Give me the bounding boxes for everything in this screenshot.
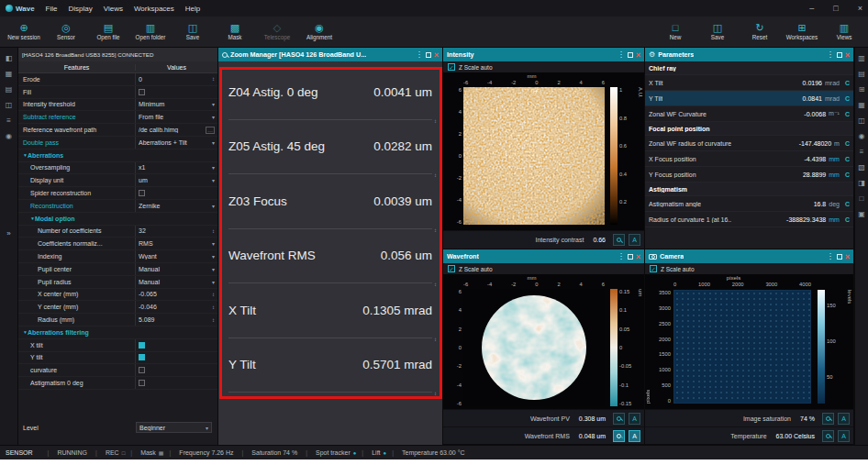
- feature-value[interactable]: -0.046: [139, 304, 209, 310]
- open-file-button[interactable]: ▤ Open file: [87, 17, 129, 47]
- feature-value[interactable]: /de calib.himg: [139, 127, 203, 133]
- feature-row[interactable]: Display unit um: [18, 174, 217, 187]
- zoom-row[interactable]: Z03 Focus 0.0039 um: [228, 174, 432, 229]
- control-icon[interactable]: [212, 101, 215, 107]
- control-icon[interactable]: [212, 266, 215, 272]
- dock-icon[interactable]: ◫: [6, 102, 13, 109]
- feature-row[interactable]: Erode 0: [18, 73, 217, 86]
- dock-icon[interactable]: ▤: [6, 86, 13, 94]
- dock-icon[interactable]: ▤: [858, 71, 865, 78]
- feature-row[interactable]: Subtract reference From file: [18, 111, 217, 124]
- feature-value[interactable]: Manual: [139, 279, 209, 285]
- feature-row[interactable]: Double pass Aberrations + Tilt: [18, 137, 217, 149]
- control-icon[interactable]: [212, 139, 215, 146]
- camera-plot[interactable]: pixels pixels 01000200030004000 35003000…: [645, 274, 853, 409]
- parameter-row[interactable]: Y Focus position 28.8899 mm C: [645, 167, 853, 183]
- c-action-button[interactable]: C: [845, 216, 850, 223]
- checkbox[interactable]: [139, 342, 145, 349]
- feature-row[interactable]: Reference wavefront path /de calib.himg: [18, 124, 217, 137]
- dock-icon[interactable]: □: [860, 195, 864, 203]
- feature-row[interactable]: Modal option: [18, 213, 217, 226]
- new-view-button[interactable]: □ New: [654, 17, 696, 47]
- panel-close-icon[interactable]: ×: [845, 50, 850, 60]
- dock-icon[interactable]: ▦: [6, 71, 13, 78]
- camera-image[interactable]: [673, 290, 811, 404]
- panel-menu-icon[interactable]: ⋮: [827, 50, 834, 59]
- maximize-button[interactable]: □: [833, 4, 838, 13]
- feature-row[interactable]: Oversampling x1: [18, 162, 217, 175]
- control-icon[interactable]: [212, 304, 215, 310]
- feature-row[interactable]: Pupil center Manual: [18, 263, 217, 276]
- zscale-checkbox[interactable]: ✓: [448, 265, 455, 272]
- menu-item[interactable]: Workspaces: [134, 5, 174, 13]
- save-button[interactable]: ◫ Save: [172, 17, 214, 47]
- autoscale-button[interactable]: A: [838, 413, 850, 425]
- feature-row[interactable]: Aberrations: [18, 149, 217, 162]
- feature-value[interactable]: From file: [139, 114, 209, 120]
- autoscale-button[interactable]: A: [629, 413, 640, 425]
- views-button[interactable]: ▥ Views: [823, 17, 865, 47]
- parameter-row[interactable]: Zonal WF radius of curvature -147.48020 …: [645, 136, 853, 151]
- dock-icon[interactable]: ⊞: [859, 86, 865, 94]
- dock-icon[interactable]: ◧: [6, 55, 13, 62]
- control-icon[interactable]: [212, 177, 215, 183]
- autoscale-button[interactable]: A: [629, 234, 640, 246]
- zoom-button[interactable]: [822, 413, 834, 425]
- feature-value[interactable]: 32: [139, 227, 209, 234]
- control-icon[interactable]: [212, 240, 215, 247]
- feature-value[interactable]: RMS: [139, 240, 209, 247]
- dock-icon[interactable]: ≡: [6, 117, 11, 125]
- panel-close-icon[interactable]: ×: [845, 252, 850, 261]
- feature-row[interactable]: Pupil radius Manual: [18, 276, 217, 289]
- feature-row[interactable]: X center (mm) -0.065: [18, 289, 217, 302]
- autoscale-button[interactable]: A: [629, 430, 640, 442]
- menu-item[interactable]: Help: [185, 5, 200, 13]
- zoom-row[interactable]: X Tilt 0.1305 mrad: [228, 283, 432, 338]
- feature-row[interactable]: curvature: [18, 364, 217, 377]
- open-folder-button[interactable]: ▥ Open folder: [129, 17, 172, 47]
- c-action-button[interactable]: C: [845, 111, 850, 117]
- dock-icon[interactable]: ▥: [858, 55, 865, 62]
- feature-value[interactable]: Manual: [139, 266, 209, 272]
- control-icon[interactable]: [212, 279, 215, 285]
- save-workspace-button[interactable]: ◫ Save: [696, 17, 739, 47]
- feature-value[interactable]: x1: [139, 164, 209, 171]
- expand-dock-icon[interactable]: »: [6, 229, 10, 238]
- checkbox[interactable]: [139, 354, 145, 360]
- zoom-button[interactable]: [613, 413, 625, 425]
- panel-close-icon[interactable]: ×: [636, 50, 640, 60]
- dock-icon[interactable]: ◨: [858, 180, 865, 187]
- feature-row[interactable]: Astigmatism 0 deg: [18, 377, 217, 390]
- wavefront-map[interactable]: [463, 289, 605, 406]
- checkbox[interactable]: [139, 380, 145, 386]
- control-icon[interactable]: [212, 228, 215, 234]
- control-icon[interactable]: [212, 317, 215, 323]
- control-icon[interactable]: [212, 114, 215, 120]
- camera-header[interactable]: Camera ⋮ ×: [645, 249, 853, 263]
- feature-row[interactable]: Spider reconstruction: [18, 187, 217, 200]
- feature-row[interactable]: Fill: [18, 86, 217, 99]
- feature-value[interactable]: 5.089: [139, 316, 209, 323]
- autoscale-button[interactable]: A: [838, 430, 850, 442]
- feature-row[interactable]: Reconstruction Zernike: [18, 200, 217, 213]
- workspaces-button[interactable]: ⊞ Workspaces: [781, 17, 823, 47]
- mask-button[interactable]: ▩ Mask: [214, 17, 256, 47]
- zscale-checkbox[interactable]: ✓: [448, 63, 455, 71]
- zoom-row[interactable]: Z05 Astig. 45 deg 0.0282 um: [228, 120, 432, 175]
- panel-menu-icon[interactable]: ⋮: [416, 50, 423, 59]
- reset-button[interactable]: ↻ Reset: [739, 17, 781, 47]
- feature-value[interactable]: -0.065: [139, 291, 209, 297]
- feature-row[interactable]: Y center (mm) -0.046: [18, 301, 217, 314]
- zoom-manager-header[interactable]: Zoom Manager [HASO4 126 BroadBand U... ⋮…: [218, 48, 442, 61]
- feature-row[interactable]: Y tilt: [18, 352, 217, 365]
- c-action-button[interactable]: C: [845, 80, 850, 86]
- parameter-row[interactable]: Astigmatism C: [645, 183, 853, 196]
- sensor-button[interactable]: ◎ Sensor: [45, 17, 87, 47]
- feature-row[interactable]: Number of coefficients 32: [18, 226, 217, 238]
- feature-value[interactable]: Zernike: [139, 203, 209, 209]
- panel-close-icon[interactable]: ×: [434, 50, 439, 60]
- control-icon[interactable]: [212, 253, 215, 260]
- feature-row[interactable]: Aberrations filtering: [18, 327, 217, 339]
- parameter-row[interactable]: Astigmatism angle 16.8 deg C: [645, 196, 853, 212]
- intensity-map[interactable]: +: [463, 87, 605, 225]
